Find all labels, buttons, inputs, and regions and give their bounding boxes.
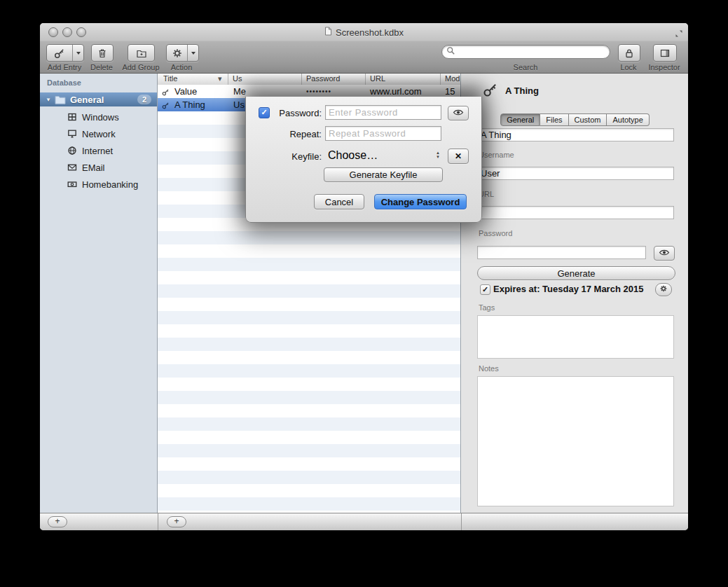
inspector-panel-icon — [654, 45, 676, 61]
keyfile-popup[interactable]: Choose… ▲▼ — [325, 148, 441, 163]
sidebar-group-label: General — [70, 95, 104, 105]
app-window: Screenshot.kdbx Add Entry Delete Add Gro… — [40, 23, 688, 530]
disclosure-triangle-icon[interactable]: ▼ — [46, 97, 51, 103]
sidebar-item-windows[interactable]: Windows — [40, 109, 157, 125]
username-label: Username — [479, 151, 514, 159]
add-group-button[interactable] — [128, 44, 155, 62]
key-icon — [47, 45, 72, 61]
close-icon: ✕ — [455, 151, 462, 161]
expires-options-button[interactable] — [655, 283, 672, 296]
entry-title: Value — [174, 86, 197, 97]
tab-autotype[interactable]: Autotype — [607, 113, 649, 126]
entry-password: •••••••• — [306, 88, 331, 95]
sidebar-item-label: Network — [82, 129, 116, 139]
eye-icon — [659, 248, 670, 258]
gear-icon — [167, 45, 187, 61]
action-label: Action — [153, 63, 210, 71]
tags-label: Tags — [479, 303, 495, 312]
url-field[interactable] — [477, 206, 674, 219]
reveal-new-password-button[interactable] — [448, 106, 469, 120]
sidebar-item-label: Internet — [82, 146, 113, 156]
search-icon — [446, 46, 455, 58]
sidebar-group-general[interactable]: ▼ General 2 — [40, 92, 157, 106]
column-header-password[interactable]: Password — [306, 74, 340, 83]
tab-files[interactable]: Files — [540, 113, 568, 126]
add-entry-button[interactable] — [46, 44, 84, 62]
tab-general[interactable]: General — [500, 113, 540, 126]
sidebar-item-internet[interactable]: Internet — [40, 142, 157, 159]
inspector-toggle-button[interactable] — [653, 44, 677, 62]
password-label: Password — [479, 229, 512, 237]
change-password-button[interactable]: Change Password — [374, 194, 467, 209]
sidebar-item-label: Homebanking — [82, 179, 138, 190]
envelope-icon — [67, 163, 78, 172]
tags-input[interactable] — [477, 315, 674, 359]
lock-button[interactable] — [618, 44, 640, 62]
footer-divider — [461, 513, 462, 530]
entry-url: www.url.com — [370, 86, 422, 97]
column-header-modified[interactable]: Mod — [445, 74, 460, 83]
column-divider[interactable] — [228, 74, 228, 85]
sheet-repeat-label: Repeat: — [268, 129, 322, 139]
reveal-password-button[interactable] — [654, 246, 675, 261]
title-field[interactable] — [477, 128, 674, 141]
column-divider[interactable] — [440, 74, 441, 85]
key-icon — [483, 82, 498, 99]
repeat-password-input[interactable] — [325, 126, 441, 141]
username-field[interactable] — [477, 167, 674, 180]
clear-keyfile-button[interactable]: ✕ — [448, 149, 469, 164]
add-group-footer-button[interactable]: + — [48, 516, 67, 527]
window-panes-icon — [67, 112, 78, 122]
sidebar-item-network[interactable]: Network — [40, 125, 157, 142]
column-header-url[interactable]: URL — [370, 74, 385, 83]
sheet-keyfile-label: Keyfile: — [268, 151, 322, 162]
column-header-username[interactable]: Us — [233, 74, 242, 83]
document-icon — [324, 27, 332, 38]
sheet-password-label: Password: — [268, 108, 322, 118]
change-password-sheet: ✓ Password: Repeat: Keyfile: Choose… ▲▼ … — [245, 97, 482, 223]
popup-stepper-icon: ▲▼ — [436, 151, 440, 159]
sidebar-item-label: EMail — [82, 163, 105, 173]
sidebar-item-email[interactable]: EMail — [40, 159, 157, 176]
inspector-entry-title: A Thing — [505, 85, 539, 96]
entry-modified: 15 — [445, 86, 455, 97]
generate-keyfile-button[interactable]: Generate Keyfile — [324, 167, 443, 182]
action-dropdown[interactable] — [187, 45, 198, 61]
new-password-input[interactable] — [325, 105, 441, 120]
key-icon — [162, 88, 170, 98]
entry-username: Me — [233, 86, 246, 97]
column-header-title[interactable]: Title — [163, 74, 177, 83]
notes-input[interactable] — [477, 376, 674, 506]
column-divider[interactable] — [301, 74, 302, 85]
add-entry-footer-button[interactable]: + — [167, 516, 186, 527]
chevron-down-icon — [191, 52, 195, 55]
expires-checkbox[interactable]: ✓ — [480, 284, 490, 295]
tab-custom[interactable]: Custom — [569, 113, 607, 126]
search-label: Search — [497, 63, 554, 71]
folder-icon — [55, 95, 66, 104]
add-entry-dropdown[interactable] — [72, 45, 83, 61]
generate-button-label: Generate — [557, 268, 595, 279]
trash-icon — [92, 45, 113, 61]
footer-divider — [158, 513, 158, 530]
cancel-button[interactable]: Cancel — [314, 194, 364, 209]
column-divider[interactable] — [365, 74, 366, 85]
banknote-icon — [67, 179, 78, 189]
fullscreen-icon[interactable] — [675, 28, 683, 41]
cancel-button-label: Cancel — [325, 197, 353, 207]
action-button[interactable] — [166, 44, 199, 62]
sidebar-item-homebanking[interactable]: Homebanking — [40, 176, 157, 193]
gear-icon — [659, 284, 668, 295]
entry-list-header: Title ▾ Us Password URL Mod — [158, 74, 460, 85]
delete-button[interactable] — [91, 44, 114, 62]
inspector-label: Inspector — [636, 63, 688, 71]
inspector-panel: A Thing General Files Custom Autotype Us… — [462, 74, 688, 513]
generate-keyfile-label: Generate Keyfile — [350, 170, 418, 180]
change-password-label: Change Password — [381, 197, 460, 207]
search-field[interactable] — [441, 45, 610, 59]
search-input[interactable] — [458, 46, 605, 57]
window-chrome: Screenshot.kdbx Add Entry Delete Add Gro… — [40, 23, 688, 74]
sort-indicator-icon: ▾ — [218, 74, 222, 83]
generate-password-button[interactable]: Generate — [477, 266, 675, 280]
password-field[interactable] — [477, 246, 646, 259]
